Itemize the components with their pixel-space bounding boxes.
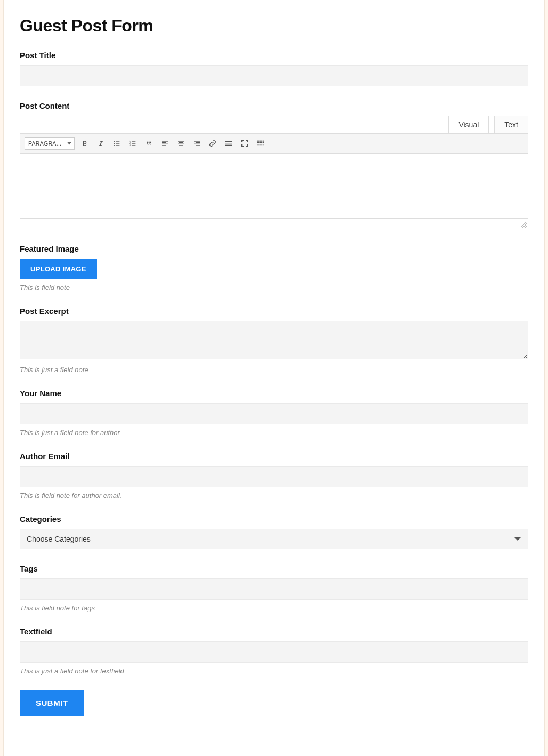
svg-rect-25 — [225, 143, 232, 143]
svg-point-2 — [114, 143, 115, 144]
svg-rect-11 — [132, 145, 135, 146]
blockquote-icon[interactable] — [143, 138, 155, 149]
bullet-list-icon[interactable] — [111, 138, 123, 149]
input-post-excerpt[interactable] — [20, 321, 528, 359]
note-your-name: This is just a field note for author — [20, 429, 528, 437]
svg-text:3: 3 — [129, 144, 131, 147]
svg-rect-23 — [196, 145, 200, 146]
svg-rect-12 — [162, 141, 168, 141]
italic-icon[interactable] — [95, 138, 107, 149]
svg-rect-22 — [194, 144, 200, 144]
form-panel: Guest Post Form Post Title Post Content … — [3, 0, 545, 756]
label-author-email: Author Email — [20, 452, 528, 461]
label-tags: Tags — [20, 564, 528, 573]
input-author-email[interactable] — [20, 466, 528, 487]
label-your-name: Your Name — [20, 389, 528, 398]
label-post-title: Post Title — [20, 51, 528, 60]
note-tags: This is field note for tags — [20, 604, 528, 612]
svg-rect-13 — [162, 142, 166, 143]
svg-rect-1 — [116, 141, 119, 141]
editor-statusbar[interactable] — [20, 219, 528, 229]
format-dropdown[interactable]: PARAGRA... — [25, 137, 75, 150]
svg-rect-38 — [263, 144, 264, 145]
svg-rect-27 — [257, 141, 259, 142]
input-post-title[interactable] — [20, 65, 528, 86]
label-categories: Categories — [20, 514, 528, 524]
field-post-content: Post Content Visual Text PARAGRA... — [20, 101, 528, 229]
svg-rect-33 — [261, 142, 263, 143]
input-your-name[interactable] — [20, 403, 528, 424]
svg-rect-36 — [259, 144, 261, 145]
label-post-content: Post Content — [20, 101, 528, 110]
read-more-icon[interactable] — [223, 138, 235, 149]
label-featured-image: Featured Image — [20, 244, 528, 253]
svg-rect-31 — [257, 142, 259, 143]
svg-rect-37 — [261, 144, 263, 145]
svg-rect-7 — [132, 141, 135, 141]
svg-rect-35 — [257, 144, 259, 145]
bold-icon[interactable] — [79, 138, 91, 149]
editor-toolbar: PARAGRA... 123 — [20, 133, 528, 154]
editor: Visual Text PARAGRA... 123 — [20, 116, 528, 229]
svg-rect-17 — [179, 142, 183, 143]
select-categories[interactable]: Choose Categories — [20, 529, 528, 549]
link-icon[interactable] — [207, 138, 219, 149]
field-your-name: Your Name This is just a field note for … — [20, 389, 528, 437]
field-categories: Categories Choose Categories — [20, 514, 528, 549]
submit-button[interactable]: SUBMIT — [20, 690, 84, 716]
svg-rect-15 — [162, 145, 166, 146]
editor-tab-visual[interactable]: Visual — [448, 116, 489, 133]
align-right-icon[interactable] — [191, 138, 203, 149]
svg-point-4 — [114, 145, 115, 146]
fullscreen-icon[interactable] — [239, 138, 251, 149]
input-tags[interactable] — [20, 578, 528, 600]
svg-rect-14 — [162, 144, 168, 144]
field-tags: Tags This is field note for tags — [20, 564, 528, 612]
field-featured-image: Featured Image UPLOAD IMAGE This is fiel… — [20, 244, 528, 292]
editor-body[interactable] — [20, 154, 528, 219]
note-author-email: This is field note for author email. — [20, 492, 528, 500]
svg-rect-9 — [132, 143, 135, 143]
svg-rect-19 — [179, 145, 183, 146]
field-submit: SUBMIT — [20, 690, 528, 716]
svg-rect-24 — [225, 141, 232, 142]
svg-point-0 — [114, 141, 115, 142]
svg-rect-29 — [261, 141, 263, 142]
field-textfield: Textfield This is just a field note for … — [20, 627, 528, 675]
svg-rect-34 — [263, 142, 264, 143]
toolbar-toggle-icon[interactable] — [255, 138, 267, 149]
note-featured-image: This is field note — [20, 284, 528, 292]
svg-rect-26 — [225, 145, 232, 146]
svg-rect-16 — [178, 141, 184, 141]
page-title: Guest Post Form — [20, 16, 528, 36]
field-post-excerpt: Post Excerpt This is just a field note — [20, 307, 528, 374]
svg-rect-3 — [116, 143, 119, 143]
svg-rect-18 — [178, 144, 184, 144]
svg-rect-32 — [259, 142, 261, 143]
field-author-email: Author Email This is field note for auth… — [20, 452, 528, 500]
note-post-excerpt: This is just a field note — [20, 366, 528, 374]
note-textfield: This is just a field note for textfield — [20, 667, 528, 675]
svg-rect-21 — [196, 142, 200, 143]
editor-tab-text[interactable]: Text — [494, 116, 528, 133]
upload-image-button[interactable]: UPLOAD IMAGE — [20, 259, 97, 279]
svg-rect-28 — [259, 141, 261, 142]
editor-tabs: Visual Text — [20, 116, 528, 133]
align-center-icon[interactable] — [175, 138, 187, 149]
numbered-list-icon[interactable]: 123 — [127, 138, 139, 149]
svg-rect-30 — [263, 141, 264, 142]
svg-rect-5 — [116, 145, 119, 146]
label-textfield: Textfield — [20, 627, 528, 636]
input-textfield[interactable] — [20, 641, 528, 663]
label-post-excerpt: Post Excerpt — [20, 307, 528, 316]
field-post-title: Post Title — [20, 51, 528, 86]
svg-rect-20 — [194, 141, 200, 141]
align-left-icon[interactable] — [159, 138, 171, 149]
